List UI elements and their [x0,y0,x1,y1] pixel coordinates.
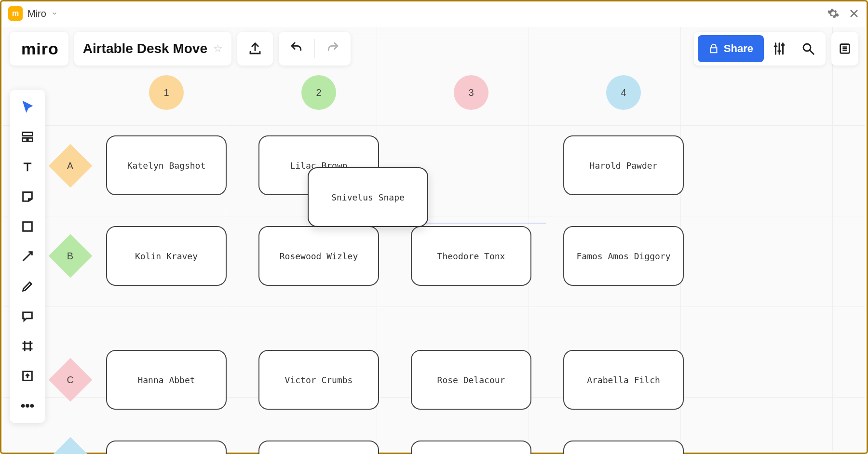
list-panel-icon [838,42,852,55]
svg-rect-2 [23,133,33,136]
tool-select[interactable] [17,96,38,118]
desk-card-a1[interactable]: Katelyn Bagshot [106,135,227,195]
desk-card-dragging[interactable]: Snivelus Snape [308,167,428,227]
search-icon [801,41,815,56]
desk-card-b3[interactable]: Theodore Tonx [411,226,531,286]
desk-card-c1[interactable]: Hanna Abbet [106,350,227,410]
desk-card-b1[interactable]: Kolin Kravey [106,226,227,286]
svg-rect-4 [28,138,32,141]
svg-point-9 [31,405,33,407]
miro-app-icon: m [8,6,23,21]
desk-card-b2[interactable]: Rosewood Wizley [258,226,379,286]
sliders-icon [772,41,787,56]
board-name[interactable]: Airtable Desk Move ☆ [74,32,231,66]
lock-icon [708,43,719,54]
svg-point-8 [27,405,29,407]
search-button[interactable] [795,35,822,62]
tool-connection-line[interactable] [17,246,38,267]
desk-card-c3[interactable]: Rose Delacour [411,350,531,410]
window-app-name: Miro [27,8,46,19]
snap-guide [411,223,546,224]
desk-card-d1[interactable] [106,441,227,454]
svg-point-7 [22,405,24,407]
export-button[interactable] [237,32,273,66]
settings-sliders-button[interactable] [766,35,793,62]
column-badge-2[interactable]: 2 [301,75,336,110]
tool-text[interactable] [17,156,38,177]
undo-icon [289,40,304,55]
svg-rect-5 [23,222,32,231]
tool-frame[interactable] [17,335,38,357]
tool-templates[interactable] [17,126,38,147]
column-badge-1[interactable]: 1 [149,75,184,110]
desk-card-a4[interactable]: Harold Pawder [563,135,684,195]
column-badge-3[interactable]: 3 [454,75,488,110]
activity-panel-button[interactable] [831,35,858,62]
miro-logo[interactable]: miro [10,32,68,66]
desk-card-d4[interactable] [563,441,684,454]
redo-button[interactable] [315,40,351,57]
redo-icon [326,40,340,55]
export-icon [248,41,262,56]
undo-button[interactable] [279,40,314,57]
dropdown-caret-icon[interactable] [51,10,58,17]
close-icon[interactable] [848,8,860,19]
tool-shape[interactable] [17,216,38,237]
tool-pen[interactable] [17,276,38,297]
desk-card-c2[interactable]: Victor Crumbs [258,350,379,410]
tool-upload[interactable] [17,365,38,387]
tool-sticky-note[interactable] [17,186,38,207]
desk-card-c4[interactable]: Arabella Filch [563,350,684,410]
toolbox [10,90,45,423]
desk-card-b4[interactable]: Famos Amos Diggory [563,226,684,286]
share-button[interactable]: Share [698,35,764,62]
svg-rect-3 [23,138,27,141]
tool-more[interactable] [17,395,38,416]
window-titlebar: m Miro [1,1,867,26]
board-canvas[interactable]: miro Airtable Desk Move ☆ [3,27,865,451]
star-icon[interactable]: ☆ [213,42,223,55]
desk-card-d2[interactable] [258,441,379,454]
column-badge-4[interactable]: 4 [606,75,641,110]
desk-card-d3[interactable] [411,441,531,454]
tool-comment[interactable] [17,306,38,327]
gear-icon[interactable] [827,7,840,20]
